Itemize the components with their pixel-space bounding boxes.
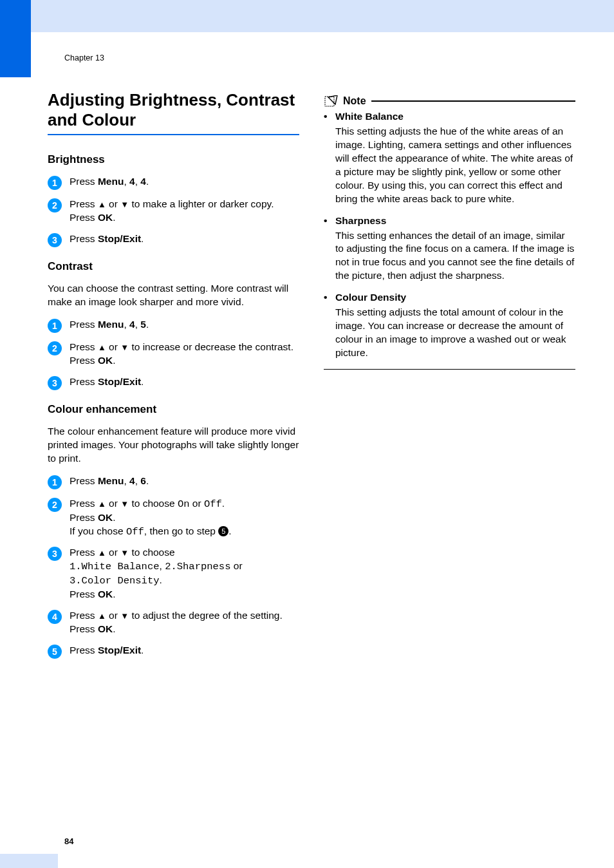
step-number-icon: 4 <box>48 610 62 624</box>
t: Press <box>70 376 98 387</box>
up-arrow-icon: ▲ <box>98 611 106 621</box>
colour-step-1: 1 Press Menu, 4, 6. <box>48 475 299 489</box>
t: , <box>124 319 129 330</box>
note-item-desc: This setting adjusts the total amount of… <box>324 306 575 360</box>
t: . <box>141 233 144 244</box>
brightness-steps: 1 Press Menu, 4, 4. 2 Press ▲ or ▼ to ma… <box>48 175 299 247</box>
heading-contrast: Contrast <box>48 260 299 273</box>
t: Press <box>70 623 98 634</box>
bullet-icon: • <box>324 292 335 303</box>
opt-sharp: 2.Sharpness <box>165 561 230 572</box>
step-number-icon: 1 <box>48 319 62 333</box>
colour-steps: 1 Press Menu, 4, 6. 2 Press ▲ or ▼ to ch… <box>48 475 299 659</box>
step-body: Press ▲ or ▼ to choose 1.White Balance, … <box>70 546 299 601</box>
t: . <box>141 376 144 387</box>
step-body: Press Menu, 4, 6. <box>70 475 299 488</box>
step-body: Press Stop/Exit. <box>70 232 299 246</box>
title-underline <box>48 134 299 135</box>
ok-key: OK <box>98 212 113 223</box>
step-number-icon: 1 <box>48 176 62 190</box>
colour-intro: The colour enhancement feature will prod… <box>48 425 299 466</box>
t: . <box>146 319 149 330</box>
note-rule <box>371 100 575 102</box>
t: , <box>135 475 141 486</box>
opt-off: Off <box>204 498 222 510</box>
t: . <box>146 475 149 486</box>
t: or <box>230 560 242 571</box>
step-number-icon: 3 <box>48 376 62 390</box>
t: . <box>141 645 144 656</box>
left-column: Adjusting Brightness, Contrast and Colou… <box>48 90 299 672</box>
note-item-white-balance: • White Balance This setting adjusts the… <box>324 111 575 206</box>
left-blue-stripe <box>0 0 31 77</box>
t: Press <box>70 475 98 486</box>
contrast-step-1: 1 Press Menu, 4, 5. <box>48 318 299 333</box>
t: Press <box>70 512 98 523</box>
t: . <box>113 589 115 599</box>
k: 4 <box>129 319 135 330</box>
step-body: Press ▲ or ▼ to choose On or Off. Press … <box>70 497 299 539</box>
opt-off: Off <box>126 526 144 538</box>
t: or <box>106 610 120 621</box>
note-item-desc: This setting enhances the detail of an i… <box>324 229 575 283</box>
up-arrow-icon: ▲ <box>98 343 106 352</box>
up-arrow-icon: ▲ <box>98 499 106 509</box>
stop-exit-key: Stop/Exit <box>98 376 141 387</box>
down-arrow-icon: ▼ <box>120 499 129 509</box>
k: 4 <box>140 176 146 187</box>
step-number-icon: 3 <box>48 547 62 561</box>
page-number: 84 <box>64 836 73 846</box>
t: , <box>124 176 129 187</box>
menu-key: Menu <box>98 176 124 187</box>
brightness-step-1: 1 Press Menu, 4, 4. <box>48 175 299 190</box>
contrast-step-2: 2 Press ▲ or ▼ to increase or decrease t… <box>48 341 299 368</box>
t: Press <box>70 198 98 209</box>
main-content: Adjusting Brightness, Contrast and Colou… <box>48 90 575 672</box>
ok-key: OK <box>98 589 113 599</box>
colour-step-2: 2 Press ▲ or ▼ to choose On or Off. Pres… <box>48 497 299 539</box>
menu-key: Menu <box>98 475 124 486</box>
contrast-steps: 1 Press Menu, 4, 5. 2 Press ▲ or ▼ to in… <box>48 318 299 390</box>
stop-exit-key: Stop/Exit <box>98 233 141 244</box>
t: . <box>113 512 115 523</box>
t: Press <box>70 355 98 366</box>
t: , <box>124 475 129 486</box>
contrast-step-3: 3 Press Stop/Exit. <box>48 375 299 390</box>
down-arrow-icon: ▼ <box>120 200 129 210</box>
down-arrow-icon: ▼ <box>120 343 129 352</box>
down-arrow-icon: ▼ <box>120 549 129 558</box>
t: Press <box>70 212 98 223</box>
contrast-intro: You can choose the contrast setting. Mor… <box>48 282 299 309</box>
page-title: Adjusting Brightness, Contrast and Colou… <box>48 90 299 130</box>
t: . <box>113 355 115 366</box>
t: to choose <box>129 498 178 509</box>
top-blue-band <box>31 0 614 32</box>
t: or <box>106 198 120 209</box>
t: Press <box>70 547 98 558</box>
k: 6 <box>140 475 146 486</box>
heading-colour: Colour enhancement <box>48 403 299 416</box>
note-item-title: Sharpness <box>335 215 386 227</box>
t: Press <box>70 498 98 509</box>
note-rule-bottom <box>324 369 575 370</box>
t: . <box>222 498 225 509</box>
menu-key: Menu <box>98 319 124 330</box>
t: or <box>106 547 120 558</box>
colour-step-5: 5 Press Stop/Exit. <box>48 644 299 659</box>
bullet-icon: • <box>324 215 335 227</box>
t: Press <box>70 319 98 330</box>
t: Press <box>70 645 98 656</box>
note-item-colour-density: • Colour Density This setting adjusts th… <box>324 292 575 360</box>
t: , then go to step <box>144 525 218 536</box>
bullet-icon: • <box>324 111 335 122</box>
chapter-label: Chapter 13 <box>64 53 104 62</box>
t: Press <box>70 176 98 187</box>
note-item-desc: This setting adjusts the hue of the whit… <box>324 125 575 206</box>
colour-step-3: 3 Press ▲ or ▼ to choose 1.White Balance… <box>48 546 299 601</box>
t: or <box>190 498 204 509</box>
k: 4 <box>129 475 135 486</box>
t: . <box>146 176 149 187</box>
step-body: Press ▲ or ▼ to adjust the degree of the… <box>70 609 299 636</box>
ok-key: OK <box>98 512 113 523</box>
t: to increase or decrease the contrast. <box>129 341 293 352</box>
